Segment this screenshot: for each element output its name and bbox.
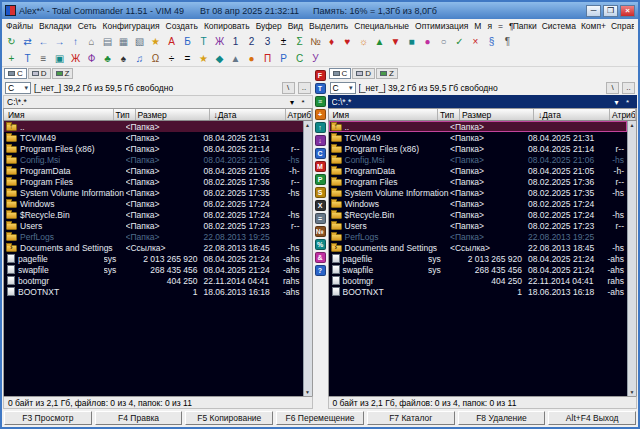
number-icon[interactable]: № [308,34,323,49]
left-drive-selector[interactable]: C ▾ [5,82,31,94]
favorites-star-icon[interactable]: ★ [148,34,163,49]
parent-dir-icon[interactable]: ↑ [68,34,83,49]
fkey-alt-f4[interactable]: Alt+F4 Выход [548,411,636,425]
column-header-attr[interactable]: Атрибут [610,109,636,120]
grid-icon[interactable]: ▣ [52,51,67,66]
mid-toolbar-icon-14[interactable]: % [315,239,326,250]
column-header-name[interactable]: Имя [329,109,439,120]
drive-button-z[interactable]: Z [376,68,398,79]
music-icon[interactable]: ♫ [132,51,147,66]
title-bar[interactable]: Alex*^ - Total Commander 11.51 - VIM 49 … [2,2,638,19]
scroll-up-icon[interactable]: ▲ [630,122,635,128]
mid-toolbar-icon-11[interactable]: X [315,200,326,211]
favorites-icon[interactable]: * [622,98,633,107]
file-row[interactable]: swapfilesys268 435 45608.04.2025 21:24-a… [4,264,303,275]
column-header-attr[interactable]: Атрибут [286,109,312,120]
right-parent-dir-button[interactable]: .. [622,82,635,94]
cross-icon[interactable]: × [468,34,483,49]
file-row[interactable]: Config.Msi<Папка>08.04.2025 21:06-hs [329,154,628,165]
mid-toolbar-icon-10[interactable]: S [315,187,326,198]
mid-toolbar-icon-2[interactable]: T [315,83,326,94]
list-icon[interactable]: ≡ [36,51,51,66]
drive-button-c[interactable]: C [329,68,352,79]
file-row[interactable]: PerfLogs<Папка>22.08.2013 19:25 [4,231,303,242]
mid-toolbar-icon-4[interactable]: + [315,109,326,120]
mid-toolbar-icon-1[interactable]: F [315,70,326,81]
fkey-f3[interactable]: F3 Просмотр [4,411,92,425]
back-icon[interactable]: ← [36,34,51,49]
fkey-f7[interactable]: F7 Каталог [367,411,455,425]
favorites-icon[interactable]: * [298,98,309,107]
file-row[interactable]: TCVIM49<Папка>08.04.2025 21:31 [4,132,303,143]
font-t-icon[interactable]: Т [196,34,211,49]
minimize-button[interactable]: ─ [586,5,601,17]
s-icon[interactable]: С [292,51,307,66]
mid-toolbar-icon-7[interactable]: C [315,148,326,159]
forward-icon[interactable]: → [52,34,67,49]
section-icon[interactable]: § [484,34,499,49]
column-header-type[interactable]: Тип [438,109,460,120]
maximize-button[interactable]: ❒ [603,5,618,17]
mid-toolbar-icon-13[interactable]: № [315,226,326,237]
menu-item-7[interactable]: Буфер [256,21,282,31]
mid-toolbar-icon-3[interactable]: ≡ [315,96,326,107]
file-row[interactable]: Users<Папка>08.02.2025 17:23r-- [4,220,303,231]
dot-icon[interactable]: ● [420,34,435,49]
mid-toolbar-icon-16[interactable]: ? [315,265,326,276]
fkey-f8[interactable]: F8 Удаление [458,411,546,425]
column-header-size[interactable]: Размер [460,109,534,120]
star-icon[interactable]: ★ [196,51,211,66]
swap-panels-icon[interactable]: ⇄ [20,34,35,49]
plus-minus-icon[interactable]: ± [276,34,291,49]
menu-item-12[interactable]: М [474,21,481,31]
file-row[interactable]: Documents and Settings<Ссылка>22.08.2013… [4,242,303,253]
omega-icon[interactable]: Ω [148,51,163,66]
u-icon[interactable]: У [308,51,323,66]
file-row[interactable]: BOOTNXT118.06.2013 16:18-ahs [4,286,303,297]
spade-icon[interactable]: ♠ [116,51,131,66]
up-triangle-icon[interactable]: ▲ [372,34,387,49]
left-path-bar[interactable]: C:\*.* ▾ * [3,95,313,108]
f-icon[interactable]: Ф [84,51,99,66]
menu-item-right-4[interactable]: Справка [611,21,634,31]
font-b-icon[interactable]: Б [180,34,195,49]
pilcrow-icon[interactable]: ¶ [500,34,515,49]
sun-icon[interactable]: ☼ [356,34,371,49]
file-row[interactable]: $Recycle.Bin<Папка>08.02.2025 17:24-hs [329,209,628,220]
equals-icon[interactable]: = [180,51,195,66]
mid-toolbar-icon-15[interactable]: & [315,252,326,263]
file-row[interactable]: Program Files (x86)<Папка>08.04.2025 21:… [4,143,303,154]
menu-item-5[interactable]: Создать [166,21,198,31]
refresh-icon[interactable]: ↻ [4,34,19,49]
down-triangle-icon[interactable]: ▼ [388,34,403,49]
menu-item-right-1[interactable]: Папки [513,21,537,31]
add-icon[interactable]: + [4,51,19,66]
file-row[interactable]: Documents and Settings<Ссылка>22.08.2013… [329,242,628,253]
close-button[interactable]: × [620,5,635,17]
orange-dot-icon[interactable]: ● [244,51,259,66]
menu-item-11[interactable]: Оптимизация [415,21,468,31]
history-dropdown-icon[interactable]: ▾ [611,98,622,107]
right-root-dir-button[interactable]: \ [606,82,619,94]
tree-view-icon[interactable]: ▧ [132,34,147,49]
file-row[interactable]: bootmgr404 25022.11.2014 04:41rahs [4,275,303,286]
mid-toolbar-icon-8[interactable]: M [315,161,326,172]
menu-item-4[interactable]: Конфигурация [103,21,160,31]
drive-button-d[interactable]: D [352,68,375,79]
drive-button-c[interactable]: C [4,68,27,79]
file-row[interactable]: swapfilesys268 435 45608.04.2025 21:24-a… [329,264,628,275]
font-zh-icon[interactable]: Ж [212,34,227,49]
heart-icon[interactable]: ♥ [340,34,355,49]
column-header-name[interactable]: Имя [4,109,114,120]
brief-view-icon[interactable]: ▤ [100,34,115,49]
club-icon[interactable]: ♣ [100,51,115,66]
file-row[interactable]: System Volume Information<Папка>08.02.20… [4,187,303,198]
menu-item-1[interactable]: Файлы [6,21,33,31]
mid-toolbar-icon-6[interactable]: ↓ [315,135,326,146]
right-path-bar[interactable]: C:\*.* ▾ * [328,95,638,108]
preset-2-icon[interactable]: 2 [244,34,259,49]
mid-toolbar-icon-12[interactable]: = [315,213,326,224]
menu-item-right-3[interactable]: Комп+ [581,21,606,31]
file-row[interactable]: Program Files<Папка>08.02.2025 17:36r-- [329,176,628,187]
history-dropdown-icon[interactable]: ▾ [287,98,298,107]
